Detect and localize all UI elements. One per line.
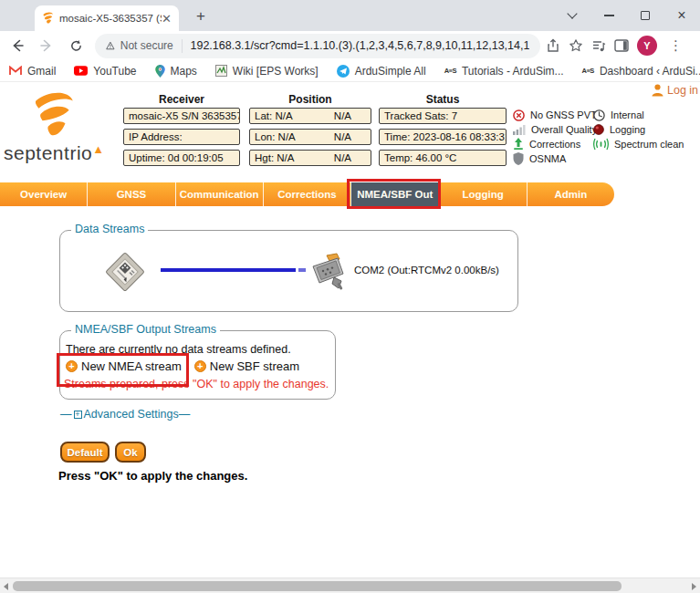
clock-icon xyxy=(593,109,605,121)
data-streams-legend: Data Streams xyxy=(71,223,148,235)
receiver-uptime-cell: Uptime: 0d 00:19:05 xyxy=(123,150,240,166)
receiver-ip-cell: IP Address: xyxy=(123,129,240,145)
bookmark-maps[interactable]: Maps xyxy=(155,65,197,78)
security-label: Not secure xyxy=(120,39,173,52)
forward-icon[interactable] xyxy=(35,34,58,57)
tab-search-chevron-icon[interactable] xyxy=(554,0,590,31)
side-panel-icon[interactable] xyxy=(614,39,629,52)
bookmark-tutorials[interactable]: A≡S Tutorials - ArduSim... xyxy=(444,65,564,78)
tab-admin[interactable]: Admin xyxy=(528,182,614,206)
serial-connector-icon xyxy=(308,252,352,290)
stream-label: COM2 (Out:RTCMv2 0.00kB/s) xyxy=(354,265,499,276)
page-content: septentrio▲ Receiver Position Status mos… xyxy=(0,82,700,577)
streams-prepared-warning: Streams prepared, press "OK" to apply th… xyxy=(64,378,329,390)
indicator-spectrum-clean: Spectrum clean xyxy=(593,138,684,151)
maximize-button[interactable] xyxy=(627,0,663,31)
tab-close-icon[interactable]: ✕ xyxy=(162,13,172,25)
url-text: 192.168.3.1/scr?cmd=1.1.10.(3).(1,2,3,4,… xyxy=(191,39,530,52)
shield-icon xyxy=(513,152,524,165)
position-column-title: Position xyxy=(249,93,371,106)
ardusimple-icon: A≡S xyxy=(582,67,594,75)
back-icon[interactable] xyxy=(5,34,29,57)
plus-icon: + xyxy=(194,360,206,372)
brand-name: septentrio▲ xyxy=(4,142,105,164)
close-button[interactable]: × xyxy=(663,0,700,31)
plus-icon: + xyxy=(66,360,78,372)
browser-tab[interactable]: mosaic-X5-3635357 (SEPT) - Sept ✕ xyxy=(35,5,179,31)
profile-avatar[interactable]: Y xyxy=(637,36,657,56)
status-sats-cell: Tracked Sats: 7 xyxy=(379,108,507,124)
new-nmea-stream-link[interactable]: New NMEA stream xyxy=(81,359,182,373)
status-column-title: Status xyxy=(379,93,507,106)
spectrum-icon xyxy=(593,138,609,151)
url-bar[interactable]: Not secure 192.168.3.1/scr?cmd=1.1.10.(3… xyxy=(95,34,540,58)
receiver-serial-cell: mosaic-X5 S/N 3635357 xyxy=(123,108,240,124)
telegram-icon xyxy=(337,65,350,78)
minimize-button[interactable] xyxy=(590,0,627,31)
septentrio-logo-icon xyxy=(30,91,76,140)
no-streams-text: There are currently no data streams defi… xyxy=(66,343,291,356)
logging-icon xyxy=(593,124,604,135)
position-lat-cell: Lat: N/A N/A xyxy=(249,108,371,124)
new-tab-button[interactable]: + xyxy=(190,5,212,27)
indicator-corrections: Corrections xyxy=(513,138,580,151)
receiver-column-title: Receiver xyxy=(123,93,240,106)
horizontal-scrollbar[interactable] xyxy=(0,577,700,593)
bookmark-gmail[interactable]: Gmail xyxy=(9,65,56,78)
status-temp-cell: Temp: 46.00 °C xyxy=(379,150,507,166)
ok-button[interactable]: Ok xyxy=(115,442,146,463)
reload-icon[interactable] xyxy=(64,34,88,57)
press-ok-note: Press "OK" to apply the changes. xyxy=(58,469,247,483)
corrections-arrow-icon xyxy=(513,138,524,151)
tab-title: mosaic-X5-3635357 (SEPT) - Sept xyxy=(59,13,162,24)
bookmark-wiki[interactable]: Wiki [EPS Works] xyxy=(215,65,319,78)
tab-logging[interactable]: Logging xyxy=(439,182,527,206)
indicator-osnma: OSNMA xyxy=(513,152,566,165)
quality-bars-icon xyxy=(513,124,526,135)
bookmark-dashboard[interactable]: A≡S Dashboard ‹ ArduSi... xyxy=(582,65,700,78)
bookmark-ardusimple-all[interactable]: ArduSimple All xyxy=(337,65,426,78)
advanced-settings-label: Advanced Settings xyxy=(84,408,179,421)
no-pvt-icon xyxy=(513,109,525,121)
tab-corrections[interactable]: Corrections xyxy=(264,182,351,206)
receiver-chip-icon xyxy=(103,250,147,294)
scroll-right-arrow-icon[interactable] xyxy=(692,583,696,590)
tab-communication[interactable]: Communication xyxy=(176,182,264,206)
indicator-internal: Internal xyxy=(593,109,644,121)
login-link[interactable]: Log in xyxy=(652,84,698,97)
person-icon xyxy=(652,84,663,97)
position-lon-cell: Lon: N/A N/A xyxy=(249,129,371,145)
bookmark-youtube[interactable]: YouTube xyxy=(74,65,136,78)
stream-connection-line xyxy=(161,268,296,272)
advanced-settings-toggle[interactable]: — + Advanced Settings — xyxy=(60,408,190,421)
tab-favicon-septentrio-icon xyxy=(42,12,54,25)
indicator-no-gnss-pvt: No GNSS PVT xyxy=(513,109,597,121)
tab-nmea-sbf-out[interactable]: NMEA/SBF Out xyxy=(351,182,439,206)
nav-tab-bar: Overview GNSS Communication Corrections … xyxy=(0,182,614,206)
youtube-icon xyxy=(74,66,88,76)
scroll-left-arrow-icon[interactable] xyxy=(4,583,8,590)
output-streams-legend: NMEA/SBF Output Streams xyxy=(71,323,220,336)
login-label: Log in xyxy=(667,84,698,97)
tab-overview[interactable]: Overview xyxy=(0,182,88,206)
status-time-cell: Time: 2023-08-16 08:33:31 xyxy=(379,129,507,145)
expand-icon[interactable]: + xyxy=(74,411,82,419)
bookmarks-bar: Gmail YouTube Maps Wiki [EPS Works] Ardu… xyxy=(0,60,700,82)
share-icon[interactable] xyxy=(546,38,560,53)
default-button[interactable]: Default xyxy=(60,442,110,463)
maps-pin-icon xyxy=(155,65,165,78)
not-secure-warning-icon xyxy=(106,40,115,51)
bookmark-star-icon[interactable] xyxy=(569,38,583,53)
indicator-overall-quality: Overall Quality xyxy=(513,123,597,136)
wiki-icon xyxy=(215,65,227,77)
scrollbar-thumb[interactable] xyxy=(13,581,622,591)
indicator-logging: Logging xyxy=(593,123,645,136)
browser-window: mosaic-X5-3635357 (SEPT) - Sept ✕ + × xyxy=(0,0,700,593)
position-hgt-cell: Hgt: N/A N/A xyxy=(249,150,371,166)
media-controls-icon[interactable] xyxy=(591,39,606,53)
browser-toolbar: Not secure 192.168.3.1/scr?cmd=1.1.10.(3… xyxy=(0,31,700,60)
menu-dots-icon[interactable]: ⋮ xyxy=(665,37,686,54)
ardusimple-icon: A≡S xyxy=(444,67,456,75)
tab-gnss[interactable]: GNSS xyxy=(88,182,175,206)
new-sbf-stream-link[interactable]: New SBF stream xyxy=(210,359,299,373)
